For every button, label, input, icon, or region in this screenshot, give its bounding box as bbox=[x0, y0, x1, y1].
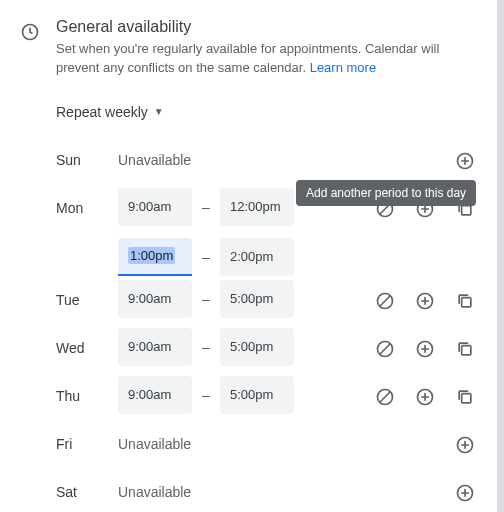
add-icon bbox=[455, 435, 475, 455]
svg-rect-21 bbox=[462, 345, 471, 354]
unavailable-text: Unavailable bbox=[118, 138, 438, 168]
svg-rect-15 bbox=[462, 297, 471, 306]
copy-icon bbox=[455, 291, 475, 311]
add-icon bbox=[415, 387, 435, 407]
mark-unavailable-button[interactable] bbox=[368, 380, 402, 414]
add-icon bbox=[415, 339, 435, 359]
copy-icon bbox=[455, 387, 475, 407]
add-icon bbox=[455, 151, 475, 171]
end-time-input[interactable]: 5:00pm bbox=[220, 280, 294, 318]
add-period-button[interactable] bbox=[448, 476, 482, 510]
mark-unavailable-button[interactable] bbox=[368, 284, 402, 318]
time-dash: – bbox=[192, 339, 220, 355]
add-period-button[interactable] bbox=[448, 144, 482, 178]
day-label: Mon bbox=[56, 186, 118, 216]
day-actions bbox=[438, 470, 482, 510]
start-time-input[interactable]: 9:00am bbox=[118, 376, 192, 414]
add-icon bbox=[455, 483, 475, 503]
copy-day-button[interactable] bbox=[448, 380, 482, 414]
time-period: 9:00am–5:00pm bbox=[118, 326, 358, 368]
start-time-input[interactable]: 9:00am bbox=[118, 188, 192, 226]
svg-line-17 bbox=[380, 344, 390, 354]
day-row: FriUnavailable bbox=[56, 422, 482, 470]
day-row: Thu9:00am–5:00pm bbox=[56, 374, 482, 422]
start-time-input[interactable]: 9:00am bbox=[118, 328, 192, 366]
day-label: Sat bbox=[56, 470, 118, 500]
subtitle-text: Set when you're regularly available for … bbox=[56, 41, 439, 75]
copy-icon bbox=[455, 339, 475, 359]
time-dash: – bbox=[192, 199, 220, 215]
svg-line-11 bbox=[380, 296, 390, 306]
clock-icon bbox=[20, 22, 40, 42]
end-time-input[interactable]: 5:00pm bbox=[220, 376, 294, 414]
start-time-input[interactable]: 1:00pm bbox=[118, 238, 192, 276]
repeat-dropdown[interactable]: Repeat weekly ▼ bbox=[56, 104, 482, 120]
start-time-input[interactable]: 9:00am bbox=[118, 280, 192, 318]
day-row: SunUnavailable bbox=[56, 138, 482, 186]
time-period: 9:00am–5:00pm bbox=[118, 278, 358, 320]
add-period-button[interactable] bbox=[408, 284, 442, 318]
day-label: Sun bbox=[56, 138, 118, 168]
day-label: Tue bbox=[56, 278, 118, 308]
day-actions bbox=[358, 278, 482, 318]
copy-day-button[interactable] bbox=[448, 332, 482, 366]
time-dash: – bbox=[192, 291, 220, 307]
day-actions bbox=[438, 422, 482, 462]
unavailable-text: Unavailable bbox=[118, 470, 438, 500]
day-row: Wed9:00am–5:00pm bbox=[56, 326, 482, 374]
section-subtitle: Set when you're regularly available for … bbox=[56, 40, 482, 78]
time-period: 9:00am–5:00pm bbox=[118, 374, 358, 416]
tooltip-add-period: Add another period to this day bbox=[296, 180, 476, 206]
time-period: 1:00pm–2:00pm bbox=[118, 236, 358, 278]
add-period-button[interactable] bbox=[408, 332, 442, 366]
repeat-label: Repeat weekly bbox=[56, 104, 148, 120]
svg-rect-27 bbox=[462, 393, 471, 402]
unavailable-icon bbox=[375, 291, 395, 311]
add-period-button[interactable] bbox=[408, 380, 442, 414]
unavailable-icon bbox=[375, 387, 395, 407]
svg-rect-9 bbox=[462, 205, 471, 214]
day-row: Tue9:00am–5:00pm bbox=[56, 278, 482, 326]
section-title: General availability bbox=[56, 0, 482, 36]
day-label: Thu bbox=[56, 374, 118, 404]
mark-unavailable-button[interactable] bbox=[368, 332, 402, 366]
day-actions bbox=[438, 138, 482, 178]
svg-line-23 bbox=[380, 392, 390, 402]
day-label: Fri bbox=[56, 422, 118, 452]
end-time-input[interactable]: 5:00pm bbox=[220, 328, 294, 366]
time-dash: – bbox=[192, 387, 220, 403]
day-actions bbox=[358, 326, 482, 366]
add-icon bbox=[415, 291, 435, 311]
time-dash: – bbox=[192, 249, 220, 265]
end-time-input[interactable]: 2:00pm bbox=[220, 238, 294, 276]
day-label: Wed bbox=[56, 326, 118, 356]
day-actions bbox=[358, 374, 482, 414]
day-row: SatUnavailable bbox=[56, 470, 482, 512]
unavailable-icon bbox=[375, 339, 395, 359]
end-time-input[interactable]: 12:00pm bbox=[220, 188, 294, 226]
copy-day-button[interactable] bbox=[448, 284, 482, 318]
add-period-button[interactable] bbox=[448, 428, 482, 462]
scrollbar[interactable] bbox=[497, 0, 504, 512]
chevron-down-icon: ▼ bbox=[154, 106, 164, 117]
unavailable-text: Unavailable bbox=[118, 422, 438, 452]
learn-more-link[interactable]: Learn more bbox=[310, 60, 376, 75]
